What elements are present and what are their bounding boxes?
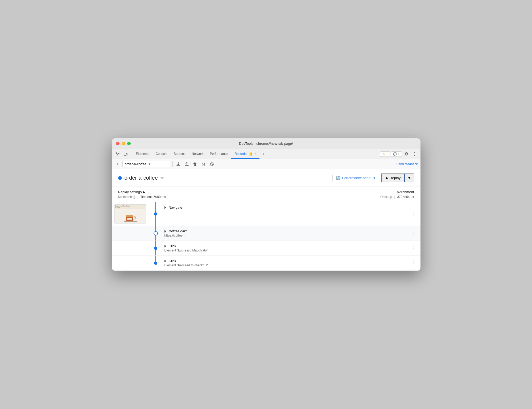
more-options-icon[interactable]: ⋮ (411, 150, 418, 158)
settings-section: Replay settings ▶ No throttling | Timeou… (112, 187, 420, 202)
svg-rect-6 (127, 218, 132, 220)
settings-values: No throttling | Timeout: 5000 ms (118, 195, 166, 199)
step-subtitle-coffee: https://coffee... (164, 234, 407, 237)
traffic-lights (116, 142, 131, 145)
timeline-click-2 (149, 256, 162, 270)
slow-replay-icon[interactable] (208, 161, 215, 168)
tab-console[interactable]: Console (152, 149, 171, 159)
step-content-navigate[interactable]: Navigate (162, 202, 409, 226)
delete-icon[interactable]: 🗑 (192, 161, 198, 168)
step-row-click-espresso: Click Element "Espresso Macchiato" ⋮ (112, 241, 420, 256)
message-icon: 💬 (393, 152, 397, 156)
step-through-icon[interactable] (200, 161, 207, 168)
messages-badge[interactable]: 💬 1 (391, 151, 402, 157)
expand-icon (164, 206, 166, 209)
step-title-navigate: Navigate (164, 205, 407, 209)
expand-icon-3 (164, 245, 166, 247)
step-thumbnail-empty (112, 226, 149, 241)
tab-recorder[interactable]: Recorder 🔔 ✕ (231, 149, 259, 159)
edit-title-icon[interactable]: ✏ (160, 175, 164, 180)
svg-rect-1 (126, 154, 127, 155)
step-subtitle-click-1: Element "Espresso Macchiato" (164, 249, 407, 252)
steps-area: Espresso Macchiato$12.00 (112, 202, 420, 271)
settings-expand-icon: ▶ (143, 190, 145, 194)
replay-button-group: ▶ Replay ▼ (381, 173, 414, 182)
step-title-click-1: Click (164, 244, 407, 248)
step-menu-click-2[interactable]: ⋮ (409, 259, 418, 267)
step-row-coffee-cart: Coffee cart https://coffee... ⋮ Add step… (112, 226, 420, 241)
warnings-badge[interactable]: ⚠ 1 (380, 151, 390, 157)
new-recording-icon[interactable]: ＋ (114, 160, 121, 168)
step-menu-click-1[interactable]: ⋮ (409, 244, 418, 252)
close-button[interactable] (116, 142, 119, 145)
recording-name-field[interactable]: order-a-coffee ▼ (122, 161, 170, 167)
import-icon[interactable] (183, 161, 190, 168)
tab-more[interactable]: » (259, 149, 268, 159)
nav-tabs: Elements Console Sources Network Perform… (133, 149, 380, 159)
timeline-dot-outline (154, 231, 158, 236)
performance-panel-button[interactable]: 🔄 Performance panel ▼ (332, 174, 379, 182)
perf-icon: 🔄 (336, 176, 340, 180)
step-thumbnail-navigate: Espresso Macchiato$12.00 (112, 202, 149, 226)
timeline-dot (154, 212, 157, 216)
expand-icon-4 (164, 260, 166, 262)
step-subtitle-click-2: Element "Proceed to checkout" (164, 263, 407, 267)
replay-main-button[interactable]: ▶ Replay (381, 173, 405, 182)
step-content-click-1[interactable]: Click Element "Espresso Macchiato" (162, 241, 409, 255)
step-content-coffee[interactable]: Coffee cart https://coffee... (162, 226, 409, 241)
warning-icon: ⚠ (382, 152, 385, 156)
step-title-coffee: Coffee cart (164, 229, 407, 233)
tab-network[interactable]: Network (189, 149, 207, 159)
env-values: Desktop | 372×804 px (380, 195, 414, 199)
header-actions: 🔄 Performance panel ▼ ▶ Replay ▼ (332, 173, 414, 182)
replay-dropdown-button[interactable]: ▼ (405, 173, 414, 182)
env-title: Environment (380, 190, 414, 194)
dropdown-icon[interactable]: ▼ (148, 162, 151, 166)
tab-close-icon[interactable]: ✕ (254, 152, 256, 155)
thumbnail-image: Espresso Macchiato$12.00 (114, 204, 146, 224)
recording-header: order-a-coffee ✏ 🔄 Performance panel ▼ ▶… (112, 169, 420, 187)
tab-elements[interactable]: Elements (133, 149, 152, 159)
expand-icon-2 (164, 230, 166, 233)
svg-rect-7 (124, 221, 137, 222)
nav-sep-1 (131, 151, 131, 157)
tab-performance[interactable]: Performance (207, 149, 232, 159)
settings-icon[interactable]: ⚙ (403, 150, 410, 158)
minimize-button[interactable] (122, 142, 125, 145)
tab-sources[interactable]: Sources (171, 149, 189, 159)
replay-settings-title[interactable]: Replay settings ▶ (118, 190, 166, 194)
perf-dropdown-icon[interactable]: ▼ (373, 176, 376, 180)
timeline-dot-3 (154, 247, 157, 250)
main-content: order-a-coffee ✏ 🔄 Performance panel ▼ ▶… (112, 169, 420, 271)
recording-status-dot (118, 176, 122, 180)
device-toolbar-icon[interactable] (122, 151, 129, 157)
devtools-nav: Elements Console Sources Network Perform… (112, 149, 420, 159)
maximize-button[interactable] (127, 142, 131, 145)
step-title-click-2: Click (164, 259, 407, 263)
timeline-navigate (149, 202, 162, 226)
step-row-navigate: Espresso Macchiato$12.00 (112, 202, 420, 226)
step-content-click-2[interactable]: Click Element "Proceed to checkout" (162, 256, 409, 270)
toolbar: ＋ order-a-coffee ▼ 🗑 Se (112, 159, 420, 169)
replay-settings: Replay settings ▶ No throttling | Timeou… (118, 190, 166, 199)
timeline-coffee-cart (149, 226, 162, 241)
replay-play-icon: ▶ (386, 176, 388, 180)
export-icon[interactable] (175, 161, 182, 168)
svg-rect-4 (126, 215, 133, 217)
nav-right: ⚠ 1 💬 1 ⚙ ⋮ (380, 150, 418, 158)
title-bar: DevTools - chrome://new-tab-page/ (112, 138, 420, 149)
environment-settings: Environment Desktop | 372×804 px (380, 190, 414, 199)
window-title: DevTools - chrome://new-tab-page/ (239, 142, 293, 146)
send-feedback-link[interactable]: Send feedback (396, 162, 418, 166)
step-menu-navigate[interactable]: ⋮ (409, 210, 418, 218)
timeline-click-1 (149, 241, 162, 255)
step-menu-coffee[interactable]: ⋮ (409, 229, 418, 237)
devtools-window: DevTools - chrome://new-tab-page/ Elemen… (112, 138, 420, 271)
step-row-click-checkout: Click Element "Proceed to checkout" ⋮ (112, 256, 420, 271)
inspect-icon[interactable] (114, 151, 121, 157)
recording-title: order-a-coffee (125, 175, 158, 181)
timeline-dot-4 (154, 262, 157, 265)
svg-rect-0 (124, 153, 126, 156)
toolbar-sep-1 (172, 161, 173, 167)
